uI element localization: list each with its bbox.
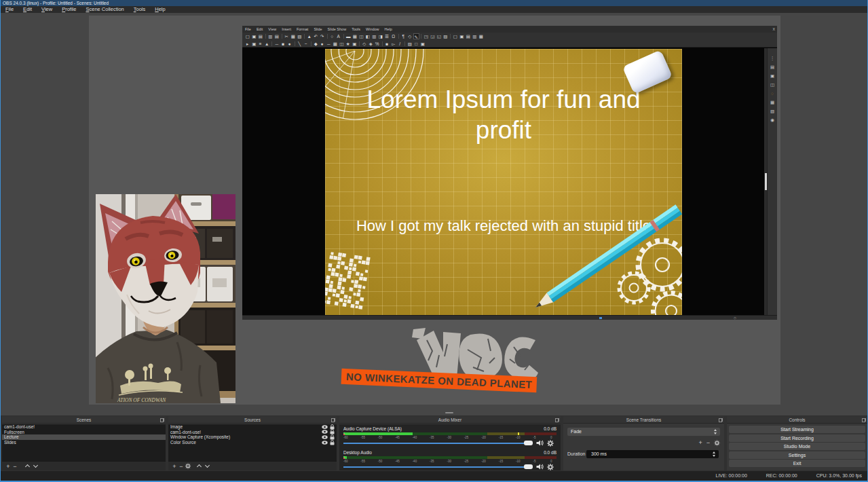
impress-toolbar-icon[interactable]: ▢ <box>244 33 251 39</box>
add-scene-button[interactable]: + <box>5 462 12 470</box>
impress-toolbar-icon[interactable]: ◧ <box>364 33 371 39</box>
impress-toolbar-icon[interactable]: ▣ <box>251 41 258 47</box>
controls-header[interactable]: Controls <box>727 416 867 424</box>
volume-slider[interactable] <box>343 443 533 444</box>
scene-item[interactable]: cam1-dont-use! <box>2 424 166 430</box>
impress-menu-help[interactable]: Help <box>382 26 395 33</box>
impress-toolbar-icon[interactable]: ▬ <box>345 33 352 39</box>
source-properties-gear-icon[interactable] <box>185 463 191 469</box>
impress-toolbar-icon[interactable]: ◲ <box>430 33 436 39</box>
impress-toolbar-icon[interactable]: ▻ <box>390 41 397 47</box>
hscroll-thumb[interactable] <box>599 317 602 319</box>
source-up-button[interactable] <box>196 463 202 469</box>
impress-menu-view[interactable]: View <box>265 26 279 33</box>
visibility-eye-icon[interactable] <box>322 430 328 434</box>
channel-gear-icon[interactable] <box>546 464 554 470</box>
sidebar-master-icon[interactable]: ▦ <box>770 99 776 105</box>
dock-splitter-handle[interactable] <box>445 412 453 413</box>
impress-menu-slide[interactable]: Slide <box>311 26 324 33</box>
sidebar-handle-icon[interactable]: ⋮ <box>770 55 776 61</box>
scene-item[interactable]: Slides <box>2 440 166 445</box>
impress-menu-format[interactable]: Format <box>294 26 311 33</box>
impress-toolbar-icon[interactable]: ● <box>286 41 293 47</box>
scenes-header[interactable]: Scenes <box>2 416 166 424</box>
sidebar-gallery-icon[interactable]: ◉ <box>770 117 776 123</box>
channel-gear-icon[interactable] <box>546 440 554 447</box>
impress-toolbar-icon[interactable]: ✎ <box>413 33 420 39</box>
scene-item[interactable]: Lecture <box>2 434 166 440</box>
sidebar-styles-icon[interactable]: ▧ <box>770 108 776 114</box>
impress-toolbar-icon[interactable]: ▨ <box>407 41 413 47</box>
speaker-icon[interactable] <box>536 464 544 470</box>
impress-toolbar-icon[interactable]: ◳ <box>423 33 430 39</box>
menu-profile[interactable]: Profile <box>57 6 81 13</box>
popout-icon[interactable] <box>862 418 865 422</box>
impress-toolbar-icon[interactable]: ■ <box>280 41 287 47</box>
scene-item[interactable]: Fullscreen <box>2 430 166 435</box>
impress-toolbar-icon[interactable]: ▤ <box>257 33 264 39</box>
menu-view[interactable]: View <box>37 6 57 13</box>
impress-toolbar-icon[interactable]: ▣ <box>352 41 358 47</box>
impress-toolbar-icon[interactable]: ○ <box>329 33 336 39</box>
sources-header[interactable]: Sources <box>168 416 337 424</box>
studio-mode-button[interactable]: Studio Mode <box>729 443 865 450</box>
duration-input[interactable]: 300 ms <box>586 450 719 458</box>
scene-down-button[interactable] <box>33 463 39 469</box>
impress-toolbar-icon[interactable]: ¶ <box>400 33 407 39</box>
impress-close-icon[interactable]: x <box>773 26 776 33</box>
settings-button[interactable]: Settings <box>729 451 865 459</box>
webcam-source[interactable]: ATION OF CONDWAN <box>96 194 235 403</box>
impress-toolbar-icon[interactable]: ◫ <box>358 33 365 39</box>
impress-toolbar-icon[interactable]: ◨ <box>377 33 384 39</box>
remove-transition-button[interactable]: − <box>706 439 710 447</box>
window-capture-source[interactable]: FileEditViewInsertFormatSlideSlide ShowT… <box>242 26 777 320</box>
impress-toolbar-icon[interactable]: ~ <box>303 41 309 47</box>
impress-menu-insert[interactable]: Insert <box>279 26 294 33</box>
impress-toolbar-icon[interactable]: ◇ <box>407 33 413 39</box>
sidebar-slide-icon[interactable]: ▣ <box>770 73 776 79</box>
impress-toolbar-icon[interactable]: ★ <box>345 41 352 47</box>
start-streaming-button[interactable]: Start Streaming <box>729 426 865 433</box>
menu-help[interactable]: Help <box>150 6 170 13</box>
impress-toolbar-icon[interactable]: ▧ <box>297 33 303 39</box>
impress-toolbar-icon[interactable]: ▥ <box>371 33 378 39</box>
menu-tools[interactable]: Tools <box>129 6 151 13</box>
impress-menu-tools[interactable]: Tools <box>349 26 363 33</box>
impress-toolbar-icon[interactable]: ≡ <box>257 41 264 47</box>
source-item[interactable]: Color Source <box>168 440 337 445</box>
impress-menu-window[interactable]: Window <box>363 26 382 33</box>
impress-toolbar-icon[interactable]: ▲ <box>306 33 313 39</box>
menu-scene-collection[interactable]: Scene Collection <box>81 6 128 13</box>
impress-toolbar-icon[interactable]: ✂ <box>284 33 290 39</box>
impress-toolbar-icon[interactable]: ▤ <box>465 33 472 39</box>
popout-icon[interactable] <box>555 418 559 422</box>
impress-toolbar-icon[interactable]: ▸ <box>244 41 251 47</box>
remove-scene-button[interactable]: − <box>12 462 18 470</box>
menu-edit[interactable]: Edit <box>18 6 37 13</box>
impress-hscrollbar[interactable]: ◇ <box>242 315 777 320</box>
exit-button[interactable]: Exit <box>729 460 865 467</box>
impress-toolbar-icon[interactable]: ▨ <box>442 33 449 39</box>
source-item[interactable]: Window Capture (Xcomposite) <box>168 434 337 440</box>
impress-toolbar-icon[interactable]: ▦ <box>290 33 297 39</box>
impress-menu-slide-show[interactable]: Slide Show <box>325 26 350 33</box>
remove-source-button[interactable]: − <box>178 462 185 470</box>
impress-toolbar-icon[interactable]: ▣ <box>419 41 426 47</box>
popout-icon[interactable] <box>331 418 335 422</box>
source-item[interactable]: Image <box>168 424 337 430</box>
impress-toolbar-icon[interactable]: ▲ <box>264 41 271 47</box>
add-source-button[interactable]: + <box>171 462 178 470</box>
impress-toolbar-icon[interactable]: ▢ <box>452 33 459 39</box>
impress-toolbar-icon[interactable]: ◈ <box>368 41 375 47</box>
duration-arrows-icon[interactable] <box>712 451 717 457</box>
start-recording-button[interactable]: Start Recording <box>729 434 865 442</box>
sidebar-transition-icon[interactable]: ◫ <box>770 81 776 88</box>
popout-icon[interactable] <box>719 418 722 422</box>
menu-file[interactable]: File <box>1 6 18 13</box>
impress-toolbar-icon[interactable]: ☰ <box>384 33 391 39</box>
impress-toolbar-icon[interactable]: ─ <box>326 41 333 47</box>
lock-icon[interactable] <box>330 440 335 445</box>
window-titlebar[interactable]: OBS 24.0.3 (linux) - Profile: Untitled -… <box>1 0 867 6</box>
impress-toolbar-icon[interactable]: Ω <box>390 33 397 39</box>
scene-up-button[interactable] <box>24 463 31 469</box>
